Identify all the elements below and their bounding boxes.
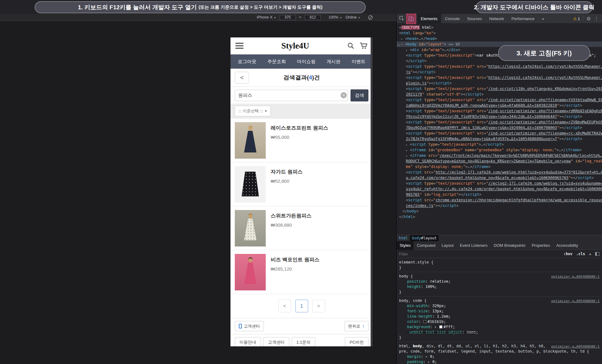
dom-tree-line[interactable]: <!DOCTYPE html> [397,25,602,30]
expand-arrow-icon[interactable]: ▸ [425,354,430,359]
dom-tree-line[interactable]: RODUCT_SEARCH&stype=e&shop_no=9&lang=ko_… [397,158,602,164]
cart-icon[interactable] [359,42,368,49]
prev-page-button[interactable]: < [278,300,291,312]
more-tabs-button[interactable]: » [538,14,548,23]
filter-chip-hov[interactable]: :hov [563,252,572,256]
hamburger-menu-icon[interactable] [235,43,243,49]
css-property[interactable]: line-height: 1.2em; [399,314,600,319]
css-property[interactable]: padding: ▸ 0; [399,359,600,364]
product-list-item[interactable]: 레이스로즈프린트 원피스₩55,000 [230,118,373,162]
css-source-link[interactable]: optimizer.p…605488680:1 [551,274,600,279]
dom-tree-line[interactable]: ▸<head>…</head> [397,36,602,41]
nav-item-이벤트[interactable]: 이벤트 [351,59,365,65]
dom-tree-line[interactable]: <script src="chrome-extension://hhojmcid… [397,197,602,203]
nav-item-주문조회[interactable]: 주문조회 [267,59,286,65]
tree-collapse-arrow-icon[interactable]: ▸ [406,47,410,53]
nav-item-마이쇼핑[interactable]: 마이쇼핑 [297,59,316,65]
product-list-item[interactable]: 비즈 백포인트 원피스₩285,120 [230,250,373,294]
dom-tree-line[interactable]: 2021179" charset="utf-8"></script> [397,92,602,97]
expand-arrow-icon[interactable]: ▸ [428,360,432,364]
scroll-top-button[interactable]: 맨위로 ↑ [344,321,369,331]
current-page-button[interactable]: 1 [295,300,308,312]
dom-tree-line[interactable]: ▸<iframe id="groobeeBox" name="groobeeBo… [397,147,602,153]
warning-badge[interactable]: ⚠1 [573,16,580,21]
filter-input[interactable] [397,252,563,256]
pane-tab-event-listeners[interactable]: Event Listeners [457,241,491,250]
dom-tree-line[interactable]: ▸<script type="text/javascript">…</scrip… [397,142,602,147]
css-property[interactable]: margin: ▸ 0; [399,354,600,359]
tree-collapse-arrow-icon[interactable]: ▸ [406,142,410,148]
device-toolbar-icon[interactable] [407,15,415,23]
css-property[interactable]: color: #1b1b1b; [399,319,600,324]
pane-tab-properties[interactable]: Properties [529,241,553,250]
page-scrollbar[interactable] [371,37,373,346]
dom-tree-line[interactable]: 965765" id="log_script"></script> [397,192,602,197]
throttling-select[interactable]: Online▼ [346,15,360,19]
pane-tab-layout[interactable]: Layout [438,241,457,250]
footer-button-이용안내[interactable]: 이용안내 [235,337,261,346]
pc-version-button[interactable]: PC버전 [345,337,368,346]
settings-gear-icon[interactable]: ⚙ [587,16,591,22]
tab-elements[interactable]: Elements [417,14,441,23]
dom-tree-line[interactable]: <script type="text/javascript" src="/ind… [397,108,602,114]
tab-sources[interactable]: Sources [463,14,486,23]
site-logo[interactable]: Style4U [243,41,347,51]
pane-tab-computed[interactable]: Computed [414,241,438,250]
dom-tree-line[interactable]: <script type="text/javascript" src="/ind… [397,97,602,103]
search-button[interactable]: 검색 [350,89,368,101]
next-page-button[interactable]: > [312,300,325,312]
kebab-menu-icon[interactable]: ⋮ [594,16,599,22]
tab-network[interactable]: Network [486,14,508,23]
dom-tree-line[interactable]: <script type="text/javascript" src="/ind… [397,119,602,125]
product-list-item[interactable]: 자가드 원피스₩52,800 [230,162,373,206]
color-swatch[interactable] [439,325,442,328]
sidebar-toggle-icon[interactable] [595,252,600,256]
dom-tree-line[interactable]: <script type="text/javascript" src="/ind… [397,131,602,136]
tree-collapse-arrow-icon[interactable]: ▸ [406,148,410,153]
dom-tree-line[interactable]: <script type="text/javascript" src="/ind… [397,86,602,92]
product-list-item[interactable]: 스위트가든원피스₩308,880 [230,206,373,250]
footer-button-1:1문의[interactable]: 1:1문의 [292,337,315,346]
expand-arrow-icon[interactable]: ▸ [435,325,439,329]
back-button[interactable]: < [235,72,249,84]
dom-tree-line[interactable]: 2c7BJkT0ygSwzFg1SFHRm4e…yB8&type=js&k=8f… [397,136,602,142]
dom-tree-line[interactable]: </body> [397,208,602,214]
viewport-width-field[interactable]: 375 [280,15,296,20]
dom-tree-line[interactable]: ▸<iframe src="/exec/front/eclog/main/?ke… [397,153,602,158]
dom-tree-line[interactable]: <script type="text/javascript" src="//ec… [397,181,602,186]
dom-tree-line[interactable]: 7Dqu9QZuq7YK0URqp68FMYY_iWcs_S3ALw&type=… [397,125,602,131]
dom-tree-line[interactable]: me" style="display: none;">…</iframe> [397,164,602,169]
rotate-device-icon[interactable] [368,15,373,20]
tree-collapse-arrow-icon[interactable]: ▸ [406,153,410,159]
customer-service-button[interactable]: 고객센터 [235,321,264,331]
css-property[interactable]: -webkit-text-size-adjust: none; [399,330,600,335]
tab-console[interactable]: Console [441,14,463,23]
css-property[interactable]: background: ▸ #fff; [399,324,600,330]
color-swatch[interactable] [423,320,426,323]
dom-tree-line[interactable]: sys4u&r_ref=http://…4u.cafe24.com/order/… [397,186,602,192]
footer-button-고객센터[interactable]: 고객센터 [263,337,289,346]
zoom-select[interactable]: 100%▼ [329,15,342,19]
dom-tree-line[interactable]: <script src="http://eclog2-171.cafe24.co… [397,169,602,175]
css-source-link[interactable]: optimizer.p…605488680:1 [551,344,600,349]
css-source-link[interactable]: optimizer.p…605488680:1 [551,298,600,304]
dom-tree-line[interactable]: f9zsu2z9YdSYmZpo12zujZ6_Y1p0FB3vt8&type=… [397,114,602,119]
viewport-height-field[interactable]: 812 [305,15,321,20]
dom-tree-line[interactable]: zaNkHsL9rgQIDVmzY0AdgJM_p2R-roqvwA&type=… [397,103,602,108]
dom-tree-line[interactable]: <script type="text/javascript" src="http… [397,64,602,69]
search-input[interactable] [235,90,348,101]
nav-item-게시판[interactable]: 게시판 [327,59,341,65]
css-property[interactable]: position: relative; [399,279,600,284]
dom-tree-line[interactable]: ces/index.js"></script> [397,203,602,208]
tab-performance[interactable]: Performance [508,14,538,23]
dom-tree-line[interactable]: plugin.js"></script> [397,80,602,86]
device-select[interactable]: iPhone X▼ [257,15,276,19]
pane-tab-styles[interactable]: Styles [397,241,414,250]
pane-tab-dom-breakpoints[interactable]: DOM Breakpoints [491,241,529,250]
dom-tree-line[interactable]: u.cafe24.com/order/basket.html&shop_no=9… [397,175,602,181]
breadcrumb-body-layout[interactable]: body#layout [410,235,439,242]
tree-expand-arrow-icon[interactable]: ▾ [401,42,405,47]
dom-tree-line[interactable]: </html> [397,214,602,220]
css-property[interactable]: font-size: 13px; [399,309,600,314]
css-selector-line[interactable]: element.style { [399,260,600,265]
